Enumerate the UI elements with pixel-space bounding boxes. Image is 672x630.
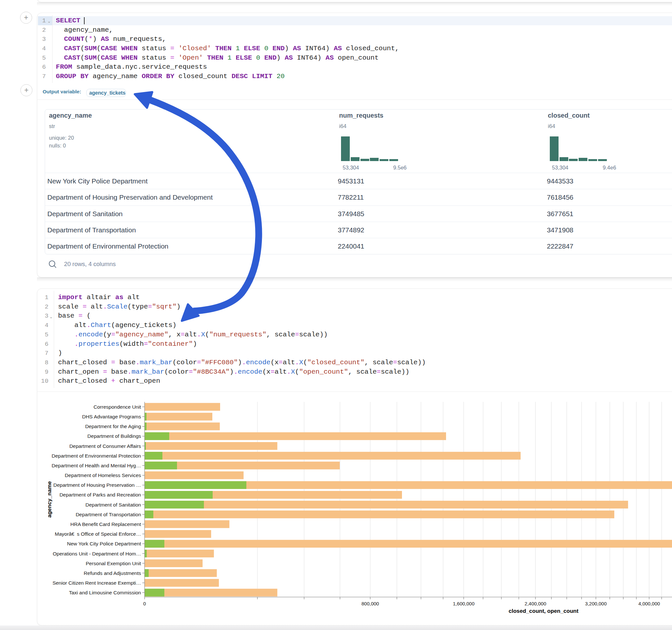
svg-text:800,000: 800,000 bbox=[361, 601, 379, 606]
svg-text:Personal Exemption Unit: Personal Exemption Unit bbox=[86, 561, 141, 566]
svg-text:Department of Environmental Pr: Department of Environmental Protection bbox=[51, 453, 141, 459]
svg-text:3,200,000: 3,200,000 bbox=[585, 601, 607, 606]
svg-text:Department of Buildings: Department of Buildings bbox=[88, 433, 141, 439]
svg-text:Correspondence Unit: Correspondence Unit bbox=[94, 404, 141, 410]
svg-text:New York City Police Departmen: New York City Police Department bbox=[67, 541, 141, 547]
svg-text:Department for the Aging: Department for the Aging bbox=[85, 423, 141, 429]
svg-text:Department of Consumer Affairs: Department of Consumer Affairs bbox=[69, 443, 141, 449]
svg-text:Department of Homeless Service: Department of Homeless Services bbox=[65, 472, 141, 478]
svg-text:Senior Citizen Rent Increase E: Senior Citizen Rent Increase Exempti… bbox=[52, 580, 141, 586]
svg-text:1,600,000: 1,600,000 bbox=[453, 601, 475, 606]
svg-text:DHS Advantage Programs: DHS Advantage Programs bbox=[82, 414, 141, 419]
svg-text:agency_name: agency_name bbox=[46, 481, 52, 517]
svg-text:Department of Health and Menta: Department of Health and Mental Hyg… bbox=[51, 463, 141, 468]
svg-text:Operations Unit - Department o: Operations Unit - Department of Hom… bbox=[53, 551, 141, 556]
svg-text:4,000,000: 4,000,000 bbox=[638, 601, 660, 606]
svg-text:HRA Benefit Card Replacement: HRA Benefit Card Replacement bbox=[70, 522, 141, 527]
svg-text:Taxi and Limousine Commission: Taxi and Limousine Commission bbox=[69, 590, 141, 595]
svg-text:Mayorâ€ s Office of Special En: Mayorâ€ s Office of Special Enforce… bbox=[55, 531, 141, 537]
svg-text:Department of Parks and Recrea: Department of Parks and Recreation bbox=[59, 492, 141, 498]
svg-text:2,400,000: 2,400,000 bbox=[525, 601, 546, 606]
svg-text:Refunds and Adjustments: Refunds and Adjustments bbox=[83, 571, 141, 576]
svg-text:Department of Sanitation: Department of Sanitation bbox=[86, 502, 141, 508]
svg-text:Department of Transportation: Department of Transportation bbox=[75, 512, 141, 517]
svg-text:Department of Housing Preserva: Department of Housing Preservation … bbox=[53, 482, 141, 488]
svg-text:0: 0 bbox=[143, 601, 146, 606]
svg-text:closed_count, open_count: closed_count, open_count bbox=[509, 608, 579, 614]
